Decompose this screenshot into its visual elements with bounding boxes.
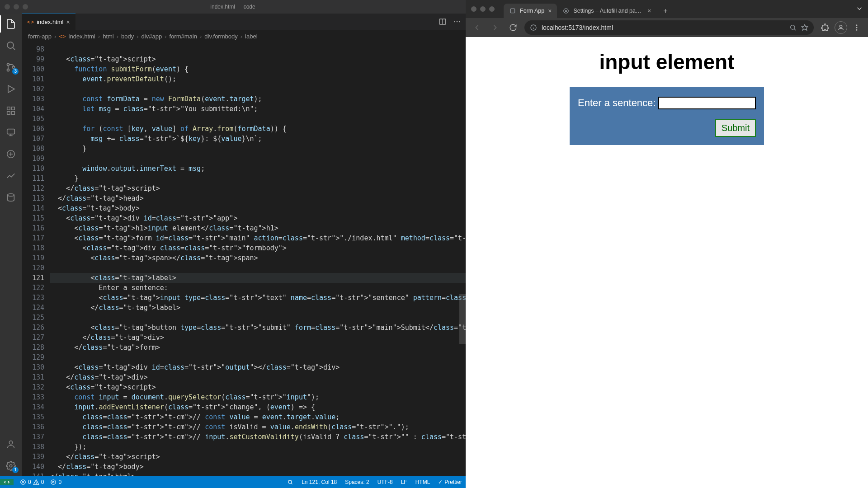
svg-marker-5 [8,85,14,93]
minimap-scrollbar[interactable] [459,42,466,476]
breadcrumb-segment[interactable]: div.formbody [204,33,237,40]
svg-point-40 [840,25,842,28]
problems-indicator[interactable]: 0 0 [20,479,44,485]
reload-button[interactable] [506,21,520,34]
svg-point-43 [856,29,858,31]
window-title: index.html — code [210,4,255,10]
settings-gear-icon[interactable]: 1 [5,460,17,472]
remote-indicator[interactable] [0,479,14,485]
sb-search-icon[interactable] [287,479,293,485]
browser-tab[interactable]: Settings – Autofill and passw× [557,4,656,18]
breadcrumb-segment[interactable]: index.html [69,33,95,40]
breadcrumb-segment[interactable]: html [103,33,114,40]
formatter-status[interactable]: ✓ Prettier [438,479,462,485]
encoding-setting[interactable]: UTF-8 [377,479,393,485]
split-editor-icon[interactable] [439,18,447,26]
activity-bar: 3 [0,14,22,476]
indent-setting[interactable]: Spaces: 2 [345,479,369,485]
svg-point-29 [288,480,292,483]
close-icon[interactable]: × [647,7,651,14]
close-icon[interactable]: × [548,7,552,14]
editor-area: <> index.html × form-app›<>index.html›ht… [22,14,466,476]
svg-line-30 [291,483,292,484]
code-content[interactable]: <class="t-tag">script> function submitFo… [50,42,466,476]
breadcrumb[interactable]: form-app›<>index.html›html›body›div#app›… [22,30,466,42]
browser-viewport: input element Enter a sentence: Submit [466,37,868,488]
svg-point-37 [791,25,795,29]
source-control-icon[interactable]: 3 [5,61,17,73]
editor-tabs: <> index.html × [22,14,466,30]
eol-setting[interactable]: LF [401,479,407,485]
remote-explorer-icon[interactable] [5,127,17,138]
svg-rect-8 [7,112,10,114]
breadcrumb-segment[interactable]: label [245,33,257,40]
page-heading: input element [599,50,734,74]
ports-count: 0 [58,479,61,485]
ports-indicator[interactable]: 0 [50,479,61,485]
sentence-input[interactable] [658,97,756,109]
breadcrumb-segment[interactable]: form#main [170,33,197,40]
window-traffic-lights[interactable] [471,6,495,12]
submit-button[interactable]: Submit [715,119,756,137]
window-traffic-lights[interactable] [5,4,28,9]
graph-icon[interactable] [5,170,17,182]
traffic-zoom[interactable] [489,6,495,12]
traffic-close[interactable] [5,4,10,9]
breadcrumb-segment[interactable]: form-app [28,33,52,40]
chrome-menu-icon[interactable] [850,21,863,34]
scm-badge: 3 [12,68,19,75]
chrome-tabstrip: Form App×Settings – Autofill and passw× … [466,0,868,18]
nav-back-button[interactable] [470,21,484,34]
warning-count: 0 [41,479,44,485]
editor-tab-index-html[interactable]: <> index.html × [22,14,75,30]
nav-forward-button[interactable] [488,21,502,34]
testing-icon[interactable] [5,148,17,160]
traffic-minimize[interactable] [480,6,486,12]
tab-title: Settings – Autofill and passw [573,8,644,14]
cursor-position[interactable]: Ln 121, Col 18 [302,479,337,485]
tab-search-icon[interactable] [855,5,863,13]
form-card: Enter a sentence: Submit [570,87,764,145]
svg-rect-9 [12,112,14,114]
form-label: Enter a sentence: [578,97,656,109]
language-mode[interactable]: HTML [415,479,430,485]
code-editor[interactable]: 9899100101102103104105106107108109110111… [22,42,466,476]
search-icon[interactable] [5,40,17,52]
html-file-icon: <> [27,19,34,25]
svg-line-38 [794,29,796,30]
extensions-icon[interactable] [5,105,17,117]
profile-avatar[interactable] [835,21,847,34]
editor-tab-label: index.html [37,19,63,25]
svg-rect-6 [7,107,10,110]
traffic-close[interactable] [471,6,476,12]
breadcrumb-segment[interactable]: div#app [142,33,162,40]
accounts-icon[interactable] [5,438,17,450]
svg-point-26 [36,483,36,484]
site-info-icon[interactable] [530,24,537,31]
browser-tab[interactable]: Form App× [504,4,557,18]
svg-point-27 [53,481,55,483]
svg-point-28 [51,480,56,485]
extensions-puzzle-icon[interactable] [818,21,832,34]
tab-title: Form App [520,8,544,14]
zoom-icon[interactable] [789,24,797,31]
new-tab-button[interactable]: ＋ [659,5,672,17]
explorer-icon[interactable] [5,18,17,30]
traffic-minimize[interactable] [14,4,19,9]
traffic-zoom[interactable] [23,4,28,9]
more-actions-icon[interactable] [453,18,461,26]
breadcrumb-segment[interactable]: body [121,33,134,40]
vscode-titlebar: index.html — code [0,0,466,14]
settings-badge: 1 [12,467,19,473]
svg-point-2 [7,64,9,66]
rendered-page: input element Enter a sentence: Submit [466,37,868,488]
svg-point-0 [7,42,14,48]
database-icon[interactable] [5,192,17,203]
status-bar: 0 0 0 Ln 121, Col 18 Spaces: 2 UTF-8 LF … [0,476,466,488]
close-icon[interactable]: × [66,19,70,26]
run-debug-icon[interactable] [5,83,17,95]
svg-rect-10 [7,129,15,134]
address-bar[interactable]: localhost:5173/index.html [524,20,814,35]
bookmark-star-icon[interactable] [801,24,808,31]
scrollbar-thumb[interactable] [459,294,466,344]
